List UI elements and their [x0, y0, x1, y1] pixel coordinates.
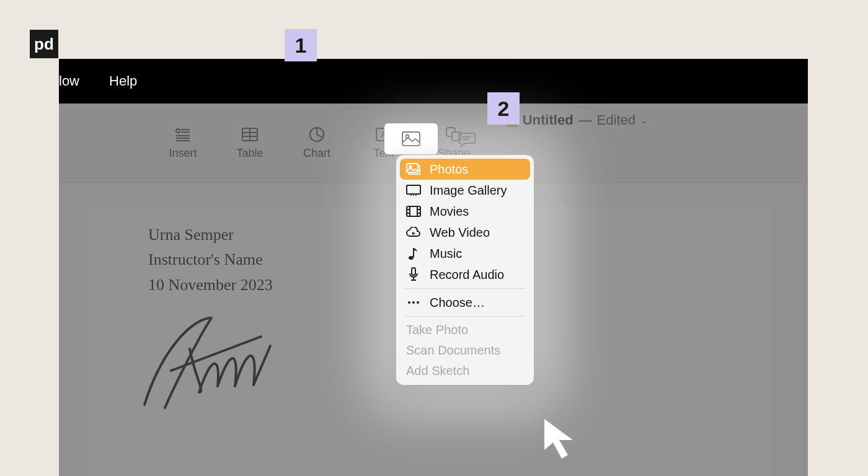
svg-rect-22 [407, 185, 420, 194]
svg-point-39 [412, 301, 415, 304]
dropdown-label-movies: Movies [430, 205, 469, 219]
dropdown-label-choose: Choose… [430, 296, 485, 310]
dropdown-item-choose[interactable]: Choose… [400, 292, 530, 313]
ellipsis-icon [406, 295, 421, 310]
chart-button[interactable]: Chart [298, 126, 335, 160]
dropdown-label-image-gallery: Image Gallery [430, 183, 507, 198]
photos-icon [406, 162, 421, 177]
insert-icon [174, 126, 192, 143]
microphone-icon [406, 267, 421, 282]
signature-image [137, 312, 286, 417]
insert-button[interactable]: Insert [164, 126, 202, 160]
body-line-instructor: Instructor's Name [148, 247, 273, 272]
dropdown-item-take-photo: Take Photo [400, 320, 530, 340]
chart-icon [308, 126, 326, 143]
image-gallery-icon [406, 183, 421, 198]
movies-icon [406, 204, 421, 219]
svg-point-38 [408, 301, 410, 304]
dropdown-item-add-sketch: Add Sketch [400, 361, 530, 381]
menubar-item-low[interactable]: low [59, 73, 94, 89]
svg-point-25 [415, 195, 417, 196]
brand-logo: pd [30, 30, 58, 58]
body-line-author: Urna Semper [148, 223, 273, 247]
menubar-item-help[interactable]: Help [94, 73, 152, 89]
dropdown-label-photos: Photos [430, 162, 468, 177]
dropdown-item-record-audio[interactable]: Record Audio [400, 264, 530, 285]
dropdown-label-add-sketch: Add Sketch [406, 364, 469, 378]
cursor-pointer-icon [541, 415, 584, 465]
dropdown-item-scan-documents: Scan Documents [400, 340, 530, 361]
document-status: Edited [597, 112, 636, 128]
table-button[interactable]: Table [231, 126, 268, 160]
dropdown-item-movies[interactable]: Movies [400, 201, 530, 222]
title-separator: — [578, 112, 592, 128]
svg-rect-20 [407, 164, 418, 172]
svg-rect-35 [412, 268, 415, 275]
document-name: Untitled [523, 112, 574, 128]
dropdown-item-photos[interactable]: Photos [400, 159, 530, 180]
dropdown-item-web-video[interactable]: Web Video [400, 222, 530, 243]
dropdown-separator [405, 288, 525, 289]
svg-point-40 [417, 301, 419, 304]
document-title[interactable]: Untitled — Edited ⌄ [507, 112, 648, 128]
dropdown-label-take-photo: Take Photo [406, 323, 468, 337]
comment-button[interactable] [454, 127, 479, 152]
annotation-callout-1: 1 [285, 29, 317, 61]
dropdown-separator [405, 316, 525, 317]
comment-icon [458, 131, 476, 148]
insert-label: Insert [169, 147, 197, 160]
body-line-date: 10 November 2023 [148, 273, 273, 298]
dropdown-item-image-gallery[interactable]: Image Gallery [400, 180, 530, 201]
svg-point-23 [410, 195, 412, 196]
music-icon [406, 246, 421, 261]
dropdown-label-record-audio: Record Audio [430, 268, 504, 282]
svg-point-24 [413, 195, 414, 196]
chart-label: Chart [303, 147, 330, 160]
media-dropdown: Photos Image Gallery Movies Web Video Mu… [396, 155, 534, 385]
web-video-icon [406, 225, 421, 240]
svg-rect-15 [402, 132, 420, 146]
media-button[interactable] [384, 123, 438, 154]
dropdown-item-music[interactable]: Music [400, 243, 530, 264]
dropdown-label-web-video: Web Video [430, 226, 490, 240]
svg-point-0 [176, 129, 180, 133]
dropdown-label-music: Music [430, 247, 462, 261]
app-window: low Help Untitled — Edited ⌄ Insert Tabl… [59, 59, 808, 476]
document-content[interactable]: Urna Semper Instructor's Name 10 Novembe… [148, 223, 273, 298]
dropdown-label-scan-documents: Scan Documents [406, 343, 500, 358]
svg-point-33 [409, 256, 414, 260]
annotation-callout-2: 2 [487, 92, 520, 125]
media-icon [402, 131, 420, 146]
svg-rect-26 [407, 206, 420, 216]
menubar: low Help [59, 59, 808, 104]
table-icon [241, 126, 259, 143]
table-label: Table [236, 147, 263, 160]
chevron-down-icon: ⌄ [640, 115, 648, 125]
